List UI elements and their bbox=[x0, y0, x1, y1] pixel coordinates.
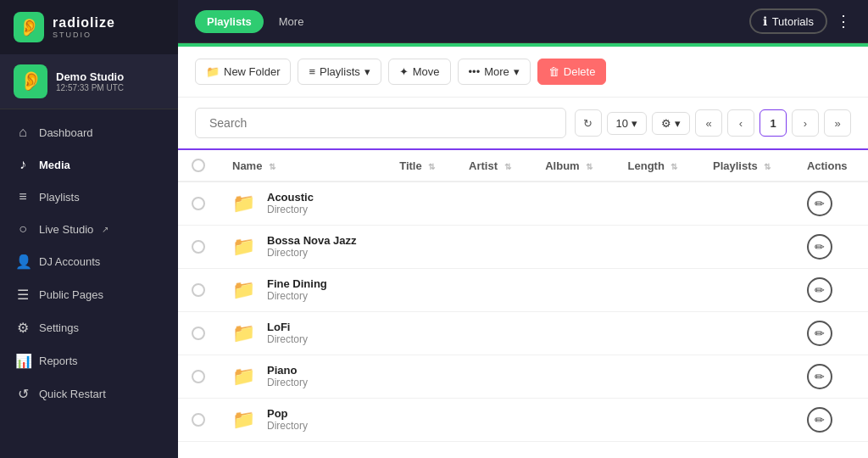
select-all-checkbox[interactable] bbox=[192, 159, 205, 172]
sidebar-item-dj-accounts[interactable]: 👤 DJ Accounts bbox=[0, 245, 178, 278]
studio-info: 👂 Demo Studio 12:57:33 PM UTC bbox=[0, 54, 178, 109]
folder-icon: 📁 bbox=[206, 65, 220, 78]
more-label: More bbox=[484, 65, 509, 78]
next-page-button[interactable]: › bbox=[792, 109, 819, 137]
col-name: Name ⇅ bbox=[219, 150, 386, 182]
folder-icon: 📁 bbox=[232, 366, 255, 388]
row-name-cell: 📁 LoFi Directory bbox=[219, 312, 386, 354]
row-name-cell: 📁 Piano Directory bbox=[219, 355, 386, 397]
row-radio-4[interactable] bbox=[192, 370, 205, 383]
col-artist: Artist ⇅ bbox=[455, 150, 531, 182]
sidebar-item-public-pages[interactable]: ☰ Public Pages bbox=[0, 278, 178, 311]
dj-accounts-icon: 👤 bbox=[15, 254, 31, 270]
move-button[interactable]: ✦ Move bbox=[388, 59, 451, 85]
edit-button-5[interactable]: ✏ bbox=[807, 407, 832, 433]
per-page-select[interactable]: 10 ▾ bbox=[607, 112, 647, 135]
row-name-cell: 📁 Bossa Nova Jazz Directory bbox=[219, 226, 386, 267]
title-sort-icon[interactable]: ⇅ bbox=[428, 162, 435, 171]
row-name-cell: 📁 Pop Directory bbox=[219, 399, 386, 440]
tab-more[interactable]: More bbox=[267, 10, 316, 33]
prev-page-button[interactable]: ‹ bbox=[727, 109, 754, 137]
item-name: Fine Dining bbox=[267, 277, 327, 290]
row-album-cell bbox=[531, 355, 614, 399]
length-sort-icon[interactable]: ⇅ bbox=[670, 162, 677, 171]
tutorials-button[interactable]: ℹ Tutorials bbox=[749, 8, 827, 34]
playlists-sort-icon[interactable]: ⇅ bbox=[764, 162, 771, 171]
perpage-dropdown-icon: ▾ bbox=[632, 117, 637, 130]
new-folder-button[interactable]: 📁 New Folder bbox=[195, 59, 291, 85]
sidebar-item-playlists[interactable]: ≡ Playlists bbox=[0, 181, 178, 213]
folder-icon: 📁 bbox=[232, 193, 255, 215]
row-radio-0[interactable] bbox=[192, 197, 205, 210]
row-actions-cell: ✏ bbox=[793, 182, 868, 226]
item-sub: Directory bbox=[267, 420, 308, 432]
edit-button-2[interactable]: ✏ bbox=[807, 277, 832, 303]
last-page-button[interactable]: » bbox=[824, 109, 851, 137]
search-input[interactable] bbox=[195, 108, 566, 138]
row-album-cell bbox=[531, 312, 614, 355]
first-page-button[interactable]: « bbox=[695, 109, 722, 137]
more-dropdown-icon: ▾ bbox=[514, 65, 520, 78]
row-length-cell bbox=[615, 312, 699, 355]
row-playlists-cell bbox=[699, 182, 793, 226]
sidebar-item-label: Quick Restart bbox=[39, 388, 106, 400]
row-radio-1[interactable] bbox=[192, 240, 205, 254]
live-studio-icon: ○ bbox=[15, 221, 31, 237]
reports-icon: 📊 bbox=[15, 353, 31, 369]
row-radio-3[interactable] bbox=[192, 327, 205, 340]
delete-button[interactable]: 🗑 Delete bbox=[537, 59, 607, 85]
sidebar-item-quick-restart[interactable]: ↺ Quick Restart bbox=[0, 377, 178, 411]
sidebar-item-live-studio[interactable]: ○ Live Studio ↗ bbox=[0, 213, 178, 245]
row-album-cell bbox=[531, 269, 614, 312]
folder-icon: 📁 bbox=[232, 279, 255, 301]
row-select-cell bbox=[178, 182, 219, 226]
edit-button-3[interactable]: ✏ bbox=[807, 321, 832, 346]
sidebar-item-label: Live Studio bbox=[39, 223, 93, 236]
filter-button[interactable]: ⚙ ▾ bbox=[652, 112, 690, 135]
topbar-tabs: Playlists More bbox=[195, 10, 315, 33]
row-length-cell bbox=[615, 355, 699, 399]
per-page-value: 10 bbox=[616, 117, 628, 130]
row-radio-5[interactable] bbox=[192, 413, 205, 427]
sidebar: 👂 radiolize STUDIO 👂 Demo Studio 12:57:3… bbox=[0, 0, 178, 458]
studio-name: Demo Studio bbox=[56, 70, 124, 83]
table-row: 📁 Bossa Nova Jazz Directory ✏ bbox=[178, 226, 868, 269]
delete-label: Delete bbox=[564, 65, 596, 78]
playlists-label: Playlists bbox=[320, 65, 360, 78]
edit-button-4[interactable]: ✏ bbox=[807, 364, 832, 389]
playlists-button[interactable]: ≡ Playlists ▾ bbox=[298, 59, 381, 85]
sidebar-item-reports[interactable]: 📊 Reports bbox=[0, 344, 178, 377]
col-length: Length ⇅ bbox=[615, 150, 699, 182]
main-nav: ⌂ Dashboard ♪ Media ≡ Playlists ○ Live S… bbox=[0, 109, 178, 458]
sidebar-item-label: Reports bbox=[39, 355, 78, 367]
artist-sort-icon[interactable]: ⇅ bbox=[504, 162, 511, 171]
sidebar-item-media[interactable]: ♪ Media bbox=[0, 148, 178, 181]
edit-button-0[interactable]: ✏ bbox=[807, 191, 832, 216]
edit-button-1[interactable]: ✏ bbox=[807, 234, 832, 260]
row-artist-cell bbox=[455, 399, 531, 442]
refresh-button[interactable]: ↻ bbox=[575, 109, 602, 137]
sidebar-item-settings[interactable]: ⚙ Settings bbox=[0, 311, 178, 344]
quick-restart-icon: ↺ bbox=[15, 386, 31, 402]
album-sort-icon[interactable]: ⇅ bbox=[586, 162, 593, 171]
sidebar-item-dashboard[interactable]: ⌂ Dashboard bbox=[0, 116, 178, 148]
tab-playlists[interactable]: Playlists bbox=[195, 10, 264, 33]
sidebar-item-label: Dashboard bbox=[39, 126, 93, 139]
more-button[interactable]: ••• More ▾ bbox=[458, 59, 531, 85]
name-sort-icon[interactable]: ⇅ bbox=[269, 162, 275, 171]
studio-avatar: 👂 bbox=[14, 64, 47, 98]
row-actions-cell: ✏ bbox=[793, 399, 868, 442]
row-actions-cell: ✏ bbox=[793, 226, 868, 269]
row-playlists-cell bbox=[699, 312, 793, 355]
dropdown-arrow-icon: ▾ bbox=[364, 65, 370, 78]
item-name: Bossa Nova Jazz bbox=[267, 234, 357, 247]
item-sub: Directory bbox=[267, 290, 327, 302]
row-artist-cell bbox=[455, 269, 531, 312]
row-artist-cell bbox=[455, 355, 531, 399]
main-content: Playlists More ℹ Tutorials ⋮ 📁 New Folde… bbox=[178, 0, 868, 458]
row-artist-cell bbox=[455, 312, 531, 355]
sidebar-item-label: Playlists bbox=[39, 191, 80, 204]
row-playlists-cell bbox=[699, 269, 793, 312]
row-radio-2[interactable] bbox=[192, 283, 205, 297]
topbar-more-button[interactable]: ⋮ bbox=[836, 12, 851, 31]
